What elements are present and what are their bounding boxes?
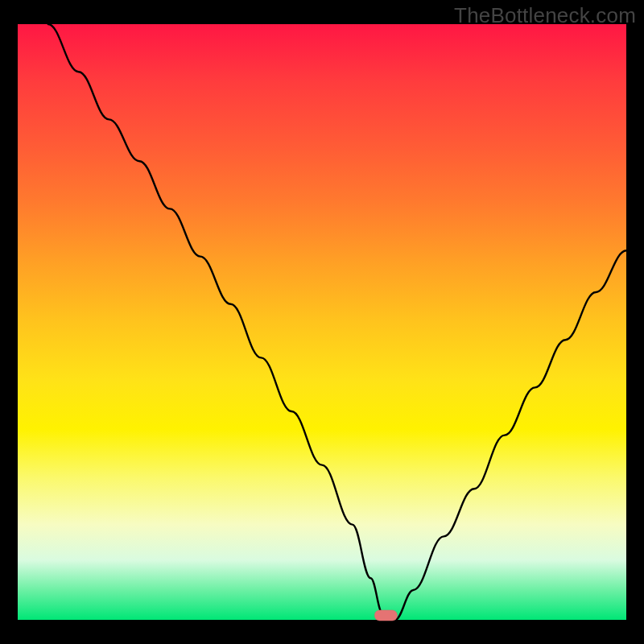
chart-frame: TheBottleneck.com	[0, 0, 644, 644]
optimal-marker	[374, 610, 397, 621]
plot-area	[18, 24, 626, 620]
watermark-text: TheBottleneck.com	[454, 3, 636, 28]
bottleneck-curve	[48, 24, 626, 620]
chart-svg	[18, 24, 626, 620]
